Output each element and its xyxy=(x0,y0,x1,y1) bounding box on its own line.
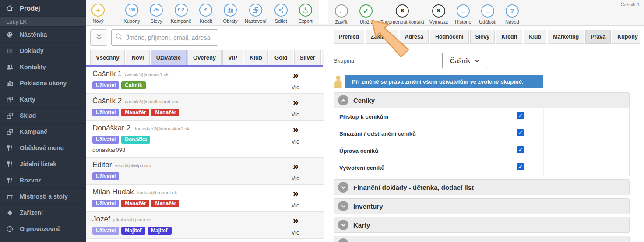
sidebar-item-sklad[interactable]: Sklad xyxy=(0,108,86,124)
permission-checkbox[interactable]: ✓ xyxy=(517,129,524,136)
sidebar-item-label: Sklad xyxy=(20,112,36,119)
contact-more-button[interactable]: »Víc xyxy=(292,216,299,236)
toolbar-button-kredit[interactable]: €Kredit xyxy=(194,4,218,24)
sidebar-item-o-provozovn-[interactable]: O provozovně xyxy=(0,221,86,237)
contact-row[interactable]: KUCH#01kitchen@ikelp.com»Víc xyxy=(86,239,324,242)
detail-tab-kup-ny[interactable]: Kupóny xyxy=(612,30,640,44)
toolbar-button-export[interactable]: xmlExport xyxy=(293,4,318,24)
detail-tab-adresa[interactable]: Adresa xyxy=(400,30,429,44)
sidebar-item-za-zen-[interactable]: Zařízení xyxy=(0,205,86,221)
boxes-icon xyxy=(249,4,262,17)
contact-email: casnik1@casnik1.sk xyxy=(125,72,169,77)
sidebar-item-doklady[interactable]: Doklady xyxy=(0,43,86,59)
section-header-karty[interactable]: Karty xyxy=(334,217,630,233)
detail-tab-klub[interactable]: Klub xyxy=(524,30,546,44)
contact-row[interactable]: Milan Hudakhudak@hmprint.skUživatelManaž… xyxy=(86,185,324,212)
toolbar-button-label: Vymazat xyxy=(429,19,449,25)
detail-tab-pr-va[interactable]: Práva xyxy=(585,30,611,44)
double-chevron-right-icon: » xyxy=(292,98,299,107)
utensils-icon xyxy=(6,144,15,151)
contact-row[interactable]: Jozefjakubek@pseu.czUživatelMajiteľMajit… xyxy=(86,212,324,239)
role-badge: Uživatel xyxy=(92,172,119,180)
sidebar-item-kontakty[interactable]: Kontakty xyxy=(0,59,86,75)
detail-tab-hodnocen-[interactable]: Hodnocení xyxy=(430,30,469,44)
toolbar-button-zapomenout-kontakt[interactable]: ✖Zapomenout kontakt xyxy=(378,4,426,25)
section-header-cen-ky[interactable]: Ceníky xyxy=(334,92,630,108)
group-select[interactable]: Čašník xyxy=(442,53,487,68)
contact-more-button[interactable]: »Víc xyxy=(292,161,299,182)
contact-email: casnik2@smolkoland.pos xyxy=(125,99,179,104)
permission-checkbox[interactable]: ✓ xyxy=(517,146,524,153)
section-header-inventury[interactable]: Inventury xyxy=(334,198,630,214)
section-title: Inventury xyxy=(353,203,383,210)
contact-row[interactable]: Čašník 2casnik2@smolkoland.posUživatelMa… xyxy=(86,94,324,121)
utensils-icon xyxy=(6,177,15,184)
detail-tab-marketing[interactable]: Marketing xyxy=(548,30,584,44)
double-chevron-down-icon xyxy=(95,33,103,42)
toolbar-button-nov-[interactable]: +Nový xyxy=(86,4,110,24)
toolbar-button-kup-ny[interactable]: #95Kupóny xyxy=(120,4,144,24)
filter-tab-vip[interactable]: VIP xyxy=(222,50,243,65)
section-header-kontakty[interactable]: Kontakty xyxy=(334,236,630,242)
sidebar-item-label: Jídelní lístek xyxy=(20,161,56,168)
sidebar-item-rozvoz[interactable]: Rozvoz xyxy=(0,172,86,189)
more-label: Víc xyxy=(292,230,299,236)
contact-email: jakubek@pseu.cz xyxy=(113,217,151,222)
sidebar-item-kampan-[interactable]: Kampaně xyxy=(0,124,86,140)
contact-more-button[interactable]: »Víc xyxy=(292,189,299,209)
collapse-filters-button[interactable] xyxy=(90,29,107,46)
toolbar-button-ud-losti[interactable]: ≡Události xyxy=(475,4,500,25)
banner-row: Při změně se práva změní všem uživatelům… xyxy=(334,75,640,88)
sidebar-item-m-stnosti-a-stoly[interactable]: Místnosti a stoly xyxy=(0,189,86,205)
share-icon xyxy=(274,4,288,17)
filter-tab-gold[interactable]: Gold xyxy=(269,50,293,65)
detail-tab-p-ehled[interactable]: Přehled xyxy=(334,30,364,44)
section-body: Přístup k ceníkům✓Smazání / odstranění c… xyxy=(334,108,630,176)
sidebar-item-j-deln-l-stek[interactable]: Jídelní lístek xyxy=(0,156,86,172)
detail-tabs: PřehledZákladníAdresaHodnoceníSlevyKredi… xyxy=(334,30,640,44)
toolbar-button-historie[interactable]: ≡Historie xyxy=(451,4,475,25)
sidebar-item-luky-lk[interactable]: Luky LK xyxy=(0,17,86,27)
filter-tab-bronze[interactable]: Bronze xyxy=(322,50,324,65)
sidebar-item-karty[interactable]: Karty xyxy=(0,91,86,108)
toolbar-button-slevy[interactable]: -%Slevy xyxy=(144,4,169,24)
more-label: Víc xyxy=(292,175,299,182)
contact-more-button[interactable]: »Víc xyxy=(292,98,299,118)
filter-tab-nov-[interactable]: Noví xyxy=(126,50,149,65)
toolbar-button-kampan-[interactable]: €↗Kampaně xyxy=(169,4,194,24)
more-label: Víc xyxy=(292,84,299,91)
toolbar-button-zav-t[interactable]: ←Zavřít xyxy=(329,4,354,25)
permission-checkbox[interactable]: ✓ xyxy=(517,163,524,170)
contact-more-button[interactable]: »Víc xyxy=(292,125,299,145)
toolbar-button-sd-let[interactable]: Sdílet xyxy=(269,4,293,24)
toolbar-button-vymazat[interactable]: ✖Vymazat xyxy=(426,4,451,25)
filter-tab-overen-[interactable]: Overený xyxy=(187,50,222,65)
filter-tab-v-echny[interactable]: Všechny xyxy=(90,50,125,65)
sidebar-item-prodej[interactable]: Prodej xyxy=(0,0,86,17)
permission-checkbox[interactable]: ✓ xyxy=(517,112,524,119)
section-title: Karty xyxy=(353,221,370,229)
filter-tab-u-ivatel-[interactable]: Uživatelé xyxy=(151,50,187,65)
filter-tab-klub[interactable]: Klub xyxy=(244,50,268,65)
sidebar-item-label: O provozovně xyxy=(20,225,60,232)
detail-tab-kredit[interactable]: Kredit xyxy=(496,30,522,44)
section-header-finan-n-doklady-tenka-dodac-list[interactable]: Finanční doklady - účtenka, dodací list xyxy=(334,179,630,195)
detail-tab-z-kladn-[interactable]: Základní xyxy=(366,30,398,44)
sidebar-item-n-st-nka[interactable]: Nástěnka xyxy=(0,27,86,43)
toolbar-button-nastaven-[interactable]: Nastavení xyxy=(243,4,269,24)
contact-row[interactable]: Editorvisdif@ikelp.comUživatel»Víc xyxy=(86,158,324,185)
search-input[interactable] xyxy=(126,34,214,41)
detail-tab-slevy[interactable]: Slevy xyxy=(470,30,495,44)
toolbar-button-obraty[interactable]: Obraty xyxy=(218,4,243,24)
contact-row[interactable]: Čašník 1casnik1@casnik1.skUživatelČašník… xyxy=(86,67,324,94)
contact-email: visdif@ikelp.com xyxy=(115,163,151,168)
toolbar-button-ulo-it[interactable]: ✓Uložit xyxy=(354,4,378,25)
contact-more-button[interactable]: »Víc xyxy=(292,70,299,91)
toolbar-button-n-vod[interactable]: ?Návod xyxy=(500,4,524,25)
contact-name: Čašník 1 xyxy=(92,70,122,78)
filter-tab-silver[interactable]: Silver xyxy=(294,50,321,65)
sidebar-item-ob-dov-menu[interactable]: Obědové menu xyxy=(0,140,86,156)
double-chevron-right-icon: » xyxy=(292,70,299,80)
sidebar-item-pokladna-kony[interactable]: Pokladna úkony xyxy=(0,75,86,91)
contact-row[interactable]: Donáškar 2donaskar2@donaskar2.skUživatel… xyxy=(86,121,324,158)
